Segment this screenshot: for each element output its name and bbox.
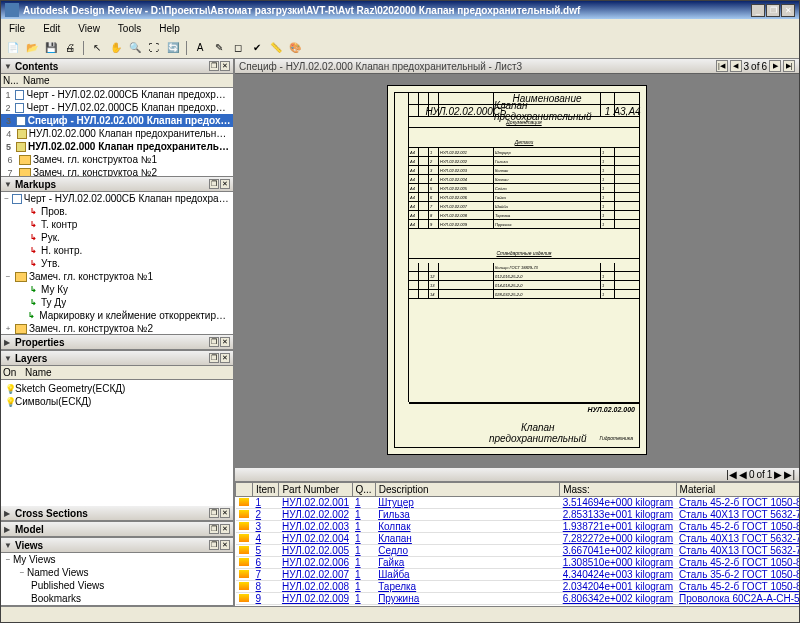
markup-item[interactable]: ↳Утв.	[1, 257, 233, 270]
open-icon[interactable]: 📂	[24, 40, 40, 56]
new-icon[interactable]: 📄	[5, 40, 21, 56]
view-item[interactable]: Published Views	[1, 579, 233, 592]
lightbulb-icon[interactable]: 💡	[5, 397, 15, 407]
bom-qty[interactable]: 1	[352, 557, 375, 569]
bom-mass[interactable]: 4.340424e+003 kilogram	[560, 569, 676, 581]
markup-item[interactable]: ↳Н. контр.	[1, 244, 233, 257]
bom-partnumber[interactable]: НУЛ.02.02.007	[279, 569, 352, 581]
panel-close-icon[interactable]: ✕	[220, 337, 230, 347]
bom-item[interactable]: 5	[253, 545, 279, 557]
bom-desc[interactable]: Гайка	[375, 557, 560, 569]
markup-item[interactable]: ↳Му Ку	[1, 283, 233, 296]
expand-icon[interactable]: ▶	[4, 509, 12, 517]
col-description[interactable]: Description	[375, 483, 560, 497]
menu-view[interactable]: View	[74, 22, 104, 35]
col-mass[interactable]: Mass:	[560, 483, 676, 497]
bom-item[interactable]: 2	[253, 509, 279, 521]
markup-draw-icon[interactable]: ✎	[211, 40, 227, 56]
bom-partnumber[interactable]: НУЛ.02.02.008	[279, 581, 352, 593]
bom-desc[interactable]: Седло	[375, 545, 560, 557]
prev-page-icon[interactable]: ◀	[730, 60, 742, 72]
contents-item[interactable]: 7Замеч. гл. конструктоа №2	[1, 166, 233, 176]
col-material[interactable]: Material	[676, 483, 799, 497]
bom-material[interactable]: Сталь 45-2-б ГОСТ 1050-88	[676, 557, 799, 569]
drawing-canvas[interactable]: Наименование НУЛ.02.02.000СБКлапан предо…	[235, 74, 799, 466]
bom-row[interactable]: 7 НУЛ.02.02.007 1 Шайба 4.340424e+003 ki…	[236, 569, 800, 581]
bom-mass[interactable]: 1.938721e+001 kilogram	[560, 521, 676, 533]
markup-item[interactable]: −Замеч. гл. конструктоа №1	[1, 270, 233, 283]
bom-qty[interactable]: 1	[352, 593, 375, 605]
last-page-icon[interactable]: ▶|	[783, 60, 795, 72]
contents-item[interactable]: 1Черт - НУЛ.02.02.000СБ Клапан предохран…	[1, 88, 233, 101]
bom-qty[interactable]: 1	[352, 569, 375, 581]
rotate-icon[interactable]: 🔄	[165, 40, 181, 56]
markup-item[interactable]: ↳Т. контр	[1, 218, 233, 231]
bom-mass[interactable]: 2.034204e+001 kilogram	[560, 581, 676, 593]
bom-material[interactable]: Проволока 60С2А-А-СН-5,0 ГОСТ 14963-78	[676, 593, 799, 605]
col-qty[interactable]: Q...	[352, 483, 375, 497]
bom-desc[interactable]: Шайба	[375, 569, 560, 581]
bom-qty[interactable]: 1	[352, 497, 375, 509]
bom-partnumber[interactable]: НУЛ.02.02.003	[279, 521, 352, 533]
bom-item[interactable]: 9	[253, 593, 279, 605]
bom-mass[interactable]: 3.514694e+000 kilogram	[560, 497, 676, 509]
bom-material[interactable]: Сталь 45-2-б ГОСТ 1050-88	[676, 581, 799, 593]
bom-desc[interactable]: Гильза	[375, 509, 560, 521]
bom-row[interactable]: 4 НУЛ.02.02.004 1 Клапан 7.282272e+000 k…	[236, 533, 800, 545]
bom-desc[interactable]: Клапан	[375, 533, 560, 545]
bom-item[interactable]: 8	[253, 581, 279, 593]
collapse-icon[interactable]: ▼	[4, 180, 12, 188]
lightbulb-icon[interactable]: 💡	[5, 384, 15, 394]
bom-partnumber[interactable]: НУЛ.02.02.004	[279, 533, 352, 545]
contents-item[interactable]: 5НУЛ.02.02.000 Клапан предохранительный …	[1, 140, 233, 153]
panel-max-icon[interactable]: ❐	[209, 524, 219, 534]
view-item[interactable]: −Named Views	[1, 566, 233, 579]
expand-icon[interactable]: ▶	[4, 338, 12, 346]
bom-row[interactable]: 9 НУЛ.02.02.009 1 Пружина 6.806342e+002 …	[236, 593, 800, 605]
titlebar[interactable]: Autodesk Design Review - D:\Проекты\Авто…	[1, 1, 799, 19]
next-page-icon[interactable]: ▶	[769, 60, 781, 72]
bom-desc[interactable]: Пружина	[375, 593, 560, 605]
maximize-button[interactable]: ❐	[766, 4, 780, 17]
close-button[interactable]: ✕	[781, 4, 795, 17]
bom-item[interactable]: 6	[253, 557, 279, 569]
markup-item[interactable]: ↳Пров.	[1, 205, 233, 218]
markup-text-icon[interactable]: A	[192, 40, 208, 56]
col-layer-name[interactable]: Name	[25, 367, 52, 378]
panel-close-icon[interactable]: ✕	[220, 179, 230, 189]
view-item[interactable]: Bookmarks	[1, 592, 233, 605]
bom-qty[interactable]: 1	[352, 521, 375, 533]
bom-row[interactable]: 5 НУЛ.02.02.005 1 Седло 3.667041e+002 ki…	[236, 545, 800, 557]
panel-max-icon[interactable]: ❐	[209, 337, 219, 347]
menu-edit[interactable]: Edit	[39, 22, 64, 35]
markup-item[interactable]: ↳Рук.	[1, 231, 233, 244]
bom-row[interactable]: 2 НУЛ.02.02.002 1 Гильза 2.853133e+001 k…	[236, 509, 800, 521]
menu-file[interactable]: File	[5, 22, 29, 35]
bom-qty[interactable]: 1	[352, 545, 375, 557]
bom-material[interactable]: Сталь 45-2-б ГОСТ 1050-88	[676, 521, 799, 533]
collapse-icon[interactable]: ▼	[4, 541, 12, 549]
pan-icon[interactable]: ✋	[108, 40, 124, 56]
collapse-icon[interactable]: ▼	[4, 62, 12, 70]
bom-qty[interactable]: 1	[352, 509, 375, 521]
contents-item[interactable]: 4НУЛ.02.02.000 Клапан предохранительный …	[1, 127, 233, 140]
col-num[interactable]: N...	[3, 75, 23, 86]
zoom-fit-icon[interactable]: ⛶	[146, 40, 162, 56]
pointer-icon[interactable]: ↖	[89, 40, 105, 56]
panel-max-icon[interactable]: ❐	[209, 179, 219, 189]
view-item[interactable]: −My Views	[1, 553, 233, 566]
panel-close-icon[interactable]: ✕	[220, 524, 230, 534]
panel-close-icon[interactable]: ✕	[220, 61, 230, 71]
bom-partnumber[interactable]: НУЛ.02.02.005	[279, 545, 352, 557]
bom-partnumber[interactable]: НУЛ.02.02.009	[279, 593, 352, 605]
markup-shape-icon[interactable]: ◻	[230, 40, 246, 56]
panel-close-icon[interactable]: ✕	[220, 508, 230, 518]
bom-row[interactable]: 3 НУЛ.02.02.003 1 Колпак 1.938721e+001 k…	[236, 521, 800, 533]
bom-desc[interactable]: Штуцер	[375, 497, 560, 509]
bom-item[interactable]: 3	[253, 521, 279, 533]
bom-partnumber[interactable]: НУЛ.02.02.006	[279, 557, 352, 569]
bom-material[interactable]: Сталь 40Х13 ГОСТ 5632-72	[676, 533, 799, 545]
bom-mass[interactable]: 6.806342e+002 kilogram	[560, 593, 676, 605]
bom-item[interactable]: 4	[253, 533, 279, 545]
print-icon[interactable]: 🖨	[62, 40, 78, 56]
